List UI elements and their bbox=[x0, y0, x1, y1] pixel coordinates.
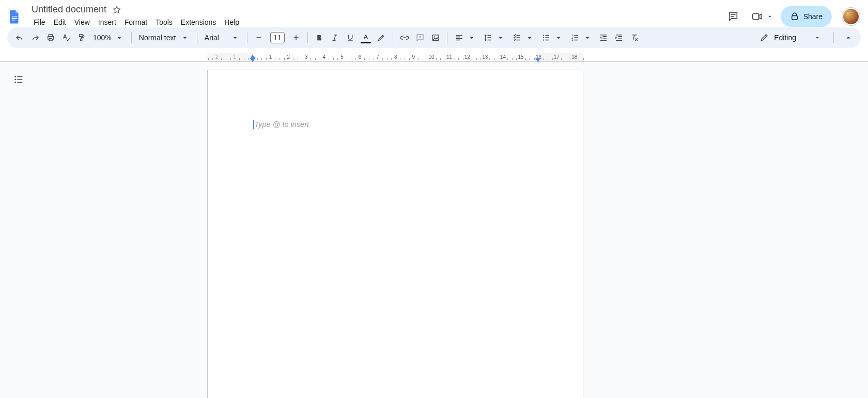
menu-tools[interactable]: Tools bbox=[152, 16, 176, 28]
collapse-toolbar-button[interactable] bbox=[841, 30, 856, 45]
numbered-list-dropdown[interactable]: 123 bbox=[567, 30, 595, 45]
font-size-decrease-button[interactable] bbox=[252, 30, 266, 45]
editing-mode-label: Editing bbox=[774, 34, 796, 42]
document-outline-button[interactable] bbox=[10, 71, 27, 88]
font-value: Arial bbox=[205, 34, 219, 42]
share-button[interactable]: Share bbox=[781, 6, 832, 27]
paragraph-style-value: Normal text bbox=[139, 34, 176, 42]
zoom-value: 100% bbox=[93, 34, 112, 42]
share-label: Share bbox=[803, 12, 823, 21]
zoom-dropdown[interactable]: 100% bbox=[90, 30, 127, 45]
lock-icon bbox=[790, 12, 799, 21]
document-editor[interactable]: Type @ to insert bbox=[253, 120, 537, 132]
text-color-button[interactable] bbox=[359, 30, 373, 45]
paragraph-style-dropdown[interactable]: Normal text bbox=[136, 30, 193, 45]
svg-point-10 bbox=[542, 39, 544, 40]
text-color-indicator bbox=[361, 42, 371, 43]
bulleted-list-dropdown[interactable] bbox=[538, 30, 566, 45]
indent-increase-button[interactable] bbox=[612, 30, 626, 45]
page[interactable]: Type @ to insert bbox=[207, 70, 583, 398]
clear-formatting-button[interactable] bbox=[627, 30, 642, 45]
editor-placeholder: Type @ to insert bbox=[255, 120, 309, 129]
font-size-input[interactable] bbox=[270, 32, 285, 43]
separator bbox=[393, 32, 393, 43]
svg-rect-0 bbox=[12, 17, 18, 18]
print-button[interactable] bbox=[43, 30, 58, 45]
svg-rect-3 bbox=[752, 14, 758, 20]
ruler-area: 21123456789101112131415161718 bbox=[0, 53, 868, 61]
menu-file[interactable]: File bbox=[30, 16, 49, 28]
chevron-down-icon bbox=[496, 33, 505, 42]
document-title[interactable]: Untitled document bbox=[30, 3, 108, 16]
separator bbox=[833, 32, 834, 43]
svg-rect-5 bbox=[81, 39, 82, 41]
horizontal-ruler[interactable]: 21123456789101112131415161718 bbox=[207, 53, 583, 61]
account-avatar[interactable] bbox=[842, 8, 860, 25]
chevron-down-icon bbox=[180, 33, 190, 42]
menu-format[interactable]: Format bbox=[121, 16, 151, 28]
menu-extensions[interactable]: Extensions bbox=[177, 16, 220, 28]
font-size-increase-button[interactable] bbox=[289, 30, 303, 45]
chevron-down-icon bbox=[554, 33, 563, 42]
svg-text:3: 3 bbox=[571, 38, 573, 41]
menu-edit[interactable]: Edit bbox=[50, 16, 70, 28]
paint-format-button[interactable] bbox=[74, 30, 89, 45]
docs-logo[interactable] bbox=[4, 6, 25, 27]
menu-insert[interactable]: Insert bbox=[95, 16, 120, 28]
meet-caret-icon[interactable] bbox=[766, 13, 773, 20]
svg-rect-4 bbox=[792, 16, 797, 20]
bold-button[interactable] bbox=[312, 30, 327, 45]
chevron-down-icon bbox=[230, 33, 240, 42]
indent-decrease-button[interactable] bbox=[596, 30, 611, 45]
svg-point-14 bbox=[14, 76, 16, 77]
separator bbox=[197, 32, 197, 43]
chevron-down-icon bbox=[814, 34, 821, 41]
meet-icon[interactable] bbox=[749, 8, 765, 25]
text-caret bbox=[253, 120, 254, 129]
svg-rect-1 bbox=[12, 18, 18, 19]
separator bbox=[447, 32, 447, 43]
insert-comment-button[interactable] bbox=[413, 30, 427, 45]
comment-history-icon[interactable] bbox=[725, 8, 741, 25]
menu-help[interactable]: Help bbox=[221, 16, 243, 28]
menu-view[interactable]: View bbox=[71, 16, 94, 28]
chevron-down-icon bbox=[467, 33, 476, 42]
line-spacing-dropdown[interactable] bbox=[481, 30, 508, 45]
align-dropdown[interactable] bbox=[452, 30, 479, 45]
svg-point-15 bbox=[14, 79, 16, 81]
spellcheck-button[interactable] bbox=[59, 30, 73, 45]
star-icon[interactable] bbox=[112, 5, 121, 14]
svg-point-8 bbox=[542, 35, 544, 36]
svg-rect-2 bbox=[12, 20, 16, 21]
font-dropdown[interactable]: Arial bbox=[202, 30, 243, 45]
chevron-down-icon bbox=[583, 33, 592, 42]
pencil-icon bbox=[760, 33, 769, 42]
highlight-button[interactable] bbox=[374, 30, 389, 45]
separator bbox=[247, 32, 247, 43]
document-stage: Type @ to insert bbox=[0, 62, 868, 398]
undo-button[interactable] bbox=[12, 30, 27, 45]
menu-bar: File Edit View Insert Format Tools Exten… bbox=[30, 16, 243, 28]
chevron-down-icon bbox=[525, 33, 534, 42]
insert-link-button[interactable] bbox=[397, 30, 412, 45]
toolbar: 100% Normal text Arial 123 Editing bbox=[7, 27, 861, 48]
svg-point-7 bbox=[433, 36, 435, 37]
separator bbox=[131, 32, 132, 43]
svg-point-9 bbox=[542, 37, 544, 38]
redo-button[interactable] bbox=[28, 30, 42, 45]
checklist-dropdown[interactable] bbox=[509, 30, 537, 45]
italic-button[interactable] bbox=[328, 30, 342, 45]
insert-image-button[interactable] bbox=[428, 30, 443, 45]
separator bbox=[307, 32, 308, 43]
underline-button[interactable] bbox=[343, 30, 358, 45]
title-bar: Untitled document File Edit View Insert … bbox=[0, 0, 868, 27]
chevron-down-icon bbox=[115, 33, 124, 42]
docs-file-icon bbox=[7, 9, 22, 24]
svg-point-16 bbox=[14, 82, 16, 83]
editing-mode-dropdown[interactable]: Editing bbox=[754, 30, 826, 45]
